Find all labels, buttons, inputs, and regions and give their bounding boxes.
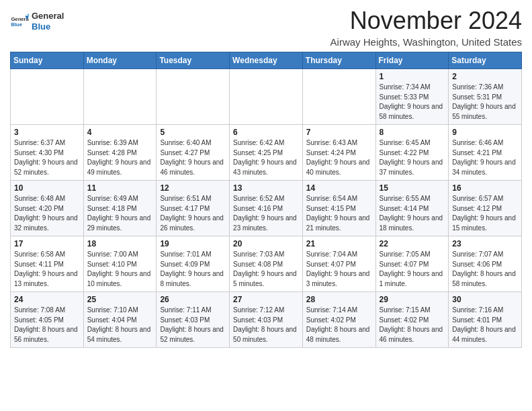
day-of-week-header: Tuesday bbox=[157, 52, 230, 69]
day-info: Sunrise: 7:00 AM Sunset: 4:10 PM Dayligh… bbox=[87, 250, 153, 289]
calendar-cell: 18Sunrise: 7:00 AM Sunset: 4:10 PM Dayli… bbox=[83, 236, 157, 292]
day-number: 29 bbox=[380, 295, 445, 304]
day-info: Sunrise: 7:04 AM Sunset: 4:07 PM Dayligh… bbox=[306, 250, 372, 289]
day-of-week-header: Thursday bbox=[302, 52, 375, 69]
day-info: Sunrise: 6:57 AM Sunset: 4:12 PM Dayligh… bbox=[452, 194, 518, 233]
calendar-cell: 19Sunrise: 7:01 AM Sunset: 4:09 PM Dayli… bbox=[157, 236, 230, 292]
logo-blue: Blue bbox=[32, 21, 64, 32]
calendar-week-row: 10Sunrise: 6:48 AM Sunset: 4:20 PM Dayli… bbox=[11, 181, 522, 236]
day-number: 18 bbox=[87, 239, 153, 248]
calendar-cell: 3Sunrise: 6:37 AM Sunset: 4:30 PM Daylig… bbox=[11, 125, 84, 181]
calendar-cell: 2Sunrise: 7:36 AM Sunset: 5:31 PM Daylig… bbox=[449, 69, 522, 125]
day-number: 23 bbox=[452, 239, 518, 248]
page-header: General Blue General Blue November 2024 … bbox=[10, 7, 522, 48]
calendar-cell: 22Sunrise: 7:05 AM Sunset: 4:07 PM Dayli… bbox=[375, 236, 449, 292]
day-of-week-header: Sunday bbox=[11, 52, 84, 69]
calendar-cell: 16Sunrise: 6:57 AM Sunset: 4:12 PM Dayli… bbox=[449, 181, 522, 236]
day-number: 12 bbox=[160, 183, 226, 193]
calendar-cell: 24Sunrise: 7:08 AM Sunset: 4:05 PM Dayli… bbox=[11, 292, 84, 348]
day-info: Sunrise: 7:14 AM Sunset: 4:02 PM Dayligh… bbox=[306, 306, 372, 345]
month-title: November 2024 bbox=[330, 7, 522, 35]
day-number: 5 bbox=[160, 128, 226, 137]
day-number: 27 bbox=[233, 295, 299, 304]
day-info: Sunrise: 6:51 AM Sunset: 4:17 PM Dayligh… bbox=[160, 194, 226, 233]
day-number: 30 bbox=[452, 295, 518, 304]
calendar-cell: 29Sunrise: 7:15 AM Sunset: 4:02 PM Dayli… bbox=[375, 292, 449, 348]
day-info: Sunrise: 6:48 AM Sunset: 4:20 PM Dayligh… bbox=[14, 194, 80, 233]
day-number: 15 bbox=[380, 183, 445, 193]
day-of-week-header: Wednesday bbox=[230, 52, 303, 69]
calendar-cell: 11Sunrise: 6:49 AM Sunset: 4:18 PM Dayli… bbox=[83, 181, 157, 236]
calendar-body: 1Sunrise: 7:34 AM Sunset: 5:33 PM Daylig… bbox=[11, 69, 522, 348]
calendar-cell: 13Sunrise: 6:52 AM Sunset: 4:16 PM Dayli… bbox=[230, 181, 303, 236]
calendar-cell: 20Sunrise: 7:03 AM Sunset: 4:08 PM Dayli… bbox=[230, 236, 303, 292]
day-number: 25 bbox=[87, 295, 153, 304]
day-number: 7 bbox=[306, 128, 372, 137]
calendar-cell: 21Sunrise: 7:04 AM Sunset: 4:07 PM Dayli… bbox=[302, 236, 375, 292]
calendar-header: SundayMondayTuesdayWednesdayThursdayFrid… bbox=[11, 52, 522, 69]
day-number: 22 bbox=[380, 239, 445, 248]
calendar-cell: 23Sunrise: 7:07 AM Sunset: 4:06 PM Dayli… bbox=[449, 236, 522, 292]
location: Airway Heights, Washington, United State… bbox=[330, 36, 522, 48]
calendar-cell bbox=[157, 69, 230, 125]
day-info: Sunrise: 7:36 AM Sunset: 5:31 PM Dayligh… bbox=[452, 83, 518, 122]
day-number: 1 bbox=[380, 72, 445, 81]
day-info: Sunrise: 6:58 AM Sunset: 4:11 PM Dayligh… bbox=[14, 250, 80, 289]
day-info: Sunrise: 7:03 AM Sunset: 4:08 PM Dayligh… bbox=[233, 250, 299, 289]
day-info: Sunrise: 7:16 AM Sunset: 4:01 PM Dayligh… bbox=[452, 306, 518, 345]
day-number: 19 bbox=[160, 239, 226, 248]
day-info: Sunrise: 7:10 AM Sunset: 4:04 PM Dayligh… bbox=[87, 306, 153, 345]
calendar-cell: 27Sunrise: 7:12 AM Sunset: 4:03 PM Dayli… bbox=[230, 292, 303, 348]
calendar-cell: 6Sunrise: 6:42 AM Sunset: 4:25 PM Daylig… bbox=[230, 125, 303, 181]
day-info: Sunrise: 6:40 AM Sunset: 4:27 PM Dayligh… bbox=[160, 138, 226, 177]
day-info: Sunrise: 6:43 AM Sunset: 4:24 PM Dayligh… bbox=[306, 138, 372, 177]
day-of-week-header: Monday bbox=[83, 52, 157, 69]
calendar-cell bbox=[302, 69, 375, 125]
day-number: 24 bbox=[14, 295, 80, 304]
calendar-cell bbox=[83, 69, 157, 125]
day-info: Sunrise: 6:52 AM Sunset: 4:16 PM Dayligh… bbox=[233, 194, 299, 233]
day-number: 13 bbox=[233, 183, 299, 193]
day-info: Sunrise: 6:55 AM Sunset: 4:14 PM Dayligh… bbox=[380, 194, 445, 233]
day-number: 10 bbox=[14, 183, 80, 193]
calendar-cell: 10Sunrise: 6:48 AM Sunset: 4:20 PM Dayli… bbox=[11, 181, 84, 236]
day-info: Sunrise: 7:12 AM Sunset: 4:03 PM Dayligh… bbox=[233, 306, 299, 345]
day-info: Sunrise: 7:34 AM Sunset: 5:33 PM Dayligh… bbox=[380, 83, 445, 122]
day-number: 2 bbox=[452, 72, 518, 81]
calendar-cell: 9Sunrise: 6:46 AM Sunset: 4:21 PM Daylig… bbox=[449, 125, 522, 181]
day-number: 26 bbox=[160, 295, 226, 304]
calendar-week-row: 17Sunrise: 6:58 AM Sunset: 4:11 PM Dayli… bbox=[11, 236, 522, 292]
calendar-cell: 14Sunrise: 6:54 AM Sunset: 4:15 PM Dayli… bbox=[302, 181, 375, 236]
calendar-cell: 28Sunrise: 7:14 AM Sunset: 4:02 PM Dayli… bbox=[302, 292, 375, 348]
day-number: 3 bbox=[14, 128, 80, 137]
calendar-cell: 5Sunrise: 6:40 AM Sunset: 4:27 PM Daylig… bbox=[157, 125, 230, 181]
day-number: 14 bbox=[306, 183, 372, 193]
day-info: Sunrise: 7:11 AM Sunset: 4:03 PM Dayligh… bbox=[160, 306, 226, 345]
calendar-cell: 26Sunrise: 7:11 AM Sunset: 4:03 PM Dayli… bbox=[157, 292, 230, 348]
calendar-table: SundayMondayTuesdayWednesdayThursdayFrid… bbox=[10, 52, 522, 348]
day-info: Sunrise: 7:07 AM Sunset: 4:06 PM Dayligh… bbox=[452, 250, 518, 289]
day-number: 20 bbox=[233, 239, 299, 248]
calendar-cell bbox=[230, 69, 303, 125]
calendar-week-row: 1Sunrise: 7:34 AM Sunset: 5:33 PM Daylig… bbox=[11, 69, 522, 125]
day-info: Sunrise: 6:45 AM Sunset: 4:22 PM Dayligh… bbox=[380, 138, 445, 177]
day-info: Sunrise: 6:39 AM Sunset: 4:28 PM Dayligh… bbox=[87, 138, 153, 177]
day-of-week-header: Saturday bbox=[449, 52, 522, 69]
calendar-cell: 1Sunrise: 7:34 AM Sunset: 5:33 PM Daylig… bbox=[375, 69, 449, 125]
day-info: Sunrise: 7:08 AM Sunset: 4:05 PM Dayligh… bbox=[14, 306, 80, 345]
day-number: 8 bbox=[380, 128, 445, 137]
calendar-cell: 15Sunrise: 6:55 AM Sunset: 4:14 PM Dayli… bbox=[375, 181, 449, 236]
day-info: Sunrise: 6:42 AM Sunset: 4:25 PM Dayligh… bbox=[233, 138, 299, 177]
calendar-cell: 8Sunrise: 6:45 AM Sunset: 4:22 PM Daylig… bbox=[375, 125, 449, 181]
day-number: 16 bbox=[452, 183, 518, 193]
logo-icon: General Blue bbox=[10, 12, 29, 31]
day-info: Sunrise: 6:46 AM Sunset: 4:21 PM Dayligh… bbox=[452, 138, 518, 177]
day-info: Sunrise: 7:01 AM Sunset: 4:09 PM Dayligh… bbox=[160, 250, 226, 289]
title-block: November 2024 Airway Heights, Washington… bbox=[330, 7, 522, 48]
calendar-cell: 17Sunrise: 6:58 AM Sunset: 4:11 PM Dayli… bbox=[11, 236, 84, 292]
calendar-cell: 25Sunrise: 7:10 AM Sunset: 4:04 PM Dayli… bbox=[83, 292, 157, 348]
day-info: Sunrise: 7:05 AM Sunset: 4:07 PM Dayligh… bbox=[380, 250, 445, 289]
day-number: 17 bbox=[14, 239, 80, 248]
calendar-cell bbox=[11, 69, 84, 125]
calendar-cell: 12Sunrise: 6:51 AM Sunset: 4:17 PM Dayli… bbox=[157, 181, 230, 236]
